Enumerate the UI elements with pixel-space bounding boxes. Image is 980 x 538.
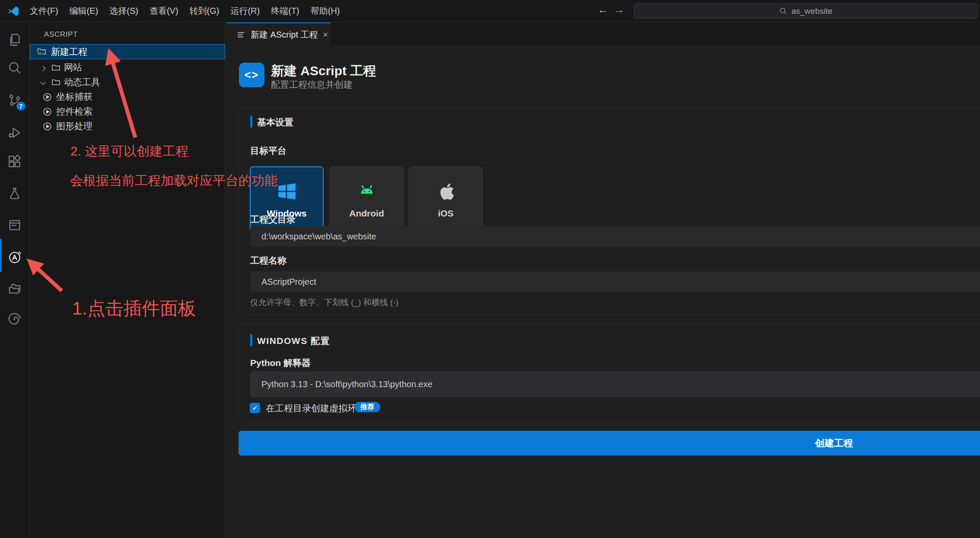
python-interpreter-select[interactable]: Python 3.13 - D:\soft\python\3.13\python… bbox=[250, 371, 980, 397]
new-folder-icon bbox=[37, 47, 47, 57]
chevron-down-icon bbox=[39, 79, 47, 86]
scm-badge: 7 bbox=[16, 101, 26, 111]
windows-config-header: WINDOWS 配置 bbox=[257, 335, 330, 347]
tree-item-dynamic-tools[interactable]: 动态工具 bbox=[30, 75, 225, 89]
search-icon bbox=[7, 60, 22, 75]
explorer-icon[interactable] bbox=[0, 30, 29, 49]
folder-copy-icon bbox=[7, 281, 22, 296]
menu-selection[interactable]: 选择(S) bbox=[104, 0, 144, 22]
sidebar-ascript: ASCRIPT 新建工程 网站 动态工具 坐标 bbox=[30, 22, 225, 538]
parent-dir-input[interactable]: d:\workspace\web\as_website bbox=[250, 226, 980, 247]
tree-item-image-processing[interactable]: 图形处理 bbox=[30, 119, 225, 134]
run-debug-icon[interactable] bbox=[0, 123, 29, 142]
play-circle-icon bbox=[42, 121, 52, 131]
play-circle-icon bbox=[42, 92, 52, 102]
windows-config-panel: WINDOWS 配置 Python 解释器 Python 3.13 - D:\s… bbox=[239, 324, 980, 422]
platform-card-android[interactable]: Android bbox=[330, 166, 404, 233]
tree-item-label: 图形处理 bbox=[56, 120, 92, 132]
debug-icon bbox=[7, 125, 22, 140]
search-view-icon[interactable] bbox=[0, 58, 29, 77]
parent-dir-label: 工程父目录 bbox=[250, 213, 296, 226]
folder-icon bbox=[51, 77, 61, 87]
tree-item-label: 网站 bbox=[64, 61, 82, 73]
target-platform-label: 目标平台 bbox=[250, 145, 286, 157]
project-name-label: 工程名称 bbox=[250, 255, 286, 267]
tree-item-label: 坐标捕获 bbox=[56, 91, 92, 103]
tree-item-new-project[interactable]: 新建工程 bbox=[30, 44, 225, 59]
menu-help[interactable]: 帮助(H) bbox=[305, 0, 346, 22]
menu-go[interactable]: 转到(G) bbox=[184, 0, 225, 22]
search-value: as_website bbox=[791, 6, 832, 16]
title-bar: 文件(F) 编辑(E) 选择(S) 查看(V) 转到(G) 运行(R) 终端(T… bbox=[0, 0, 980, 22]
menu-bar: 文件(F) 编辑(E) 选择(S) 查看(V) 转到(G) 运行(R) 终端(T… bbox=[24, 0, 346, 22]
nav-back-icon[interactable]: ← bbox=[595, 3, 610, 16]
create-project-label: 创建工程 bbox=[815, 437, 853, 450]
editor-tab-bar: 新建 AScript 工程 × bbox=[225, 22, 980, 46]
spiral-view-icon[interactable] bbox=[0, 309, 29, 328]
spiral-icon bbox=[7, 312, 22, 326]
sidebar-title: ASCRIPT bbox=[44, 30, 78, 39]
notebook-panel-icon[interactable] bbox=[0, 216, 29, 235]
apple-logo-icon bbox=[436, 181, 456, 202]
tree-item-control-search[interactable]: 控件检索 bbox=[30, 104, 225, 119]
tree-item-website[interactable]: 网站 bbox=[30, 60, 225, 75]
editor-webview: <> 新建 AScript 工程 配置工程信息并创建 基本设置 目标平台 Win… bbox=[225, 45, 980, 538]
tree-item-label: 新建工程 bbox=[51, 46, 87, 58]
menu-file[interactable]: 文件(F) bbox=[24, 0, 64, 22]
files-icon bbox=[7, 32, 22, 47]
page-subtitle: 配置工程信息并创建 bbox=[271, 79, 353, 91]
ascript-code-badge-icon: <> bbox=[239, 63, 264, 87]
annotation-step2-text: 2. 这里可以创建工程 bbox=[70, 143, 188, 160]
annotation-step1-text: 1.点击插件面板 bbox=[72, 296, 196, 321]
tab-label: 新建 AScript 工程 bbox=[251, 29, 318, 41]
android-logo-icon bbox=[356, 181, 377, 202]
project-name-hint: 仅允许字母、数字、下划线 (_) 和横线 (-) bbox=[250, 297, 398, 308]
project-name-input[interactable]: AScriptProject bbox=[250, 271, 980, 292]
extensions-blocks-icon bbox=[7, 154, 22, 169]
chevron-right-icon bbox=[40, 64, 48, 71]
menu-view[interactable]: 查看(V) bbox=[144, 0, 184, 22]
recommended-badge: 推荐 bbox=[354, 402, 380, 412]
page-title: 新建 AScript 工程 bbox=[271, 62, 376, 80]
ascript-icon bbox=[7, 250, 22, 264]
active-view-indicator bbox=[0, 239, 2, 272]
vscode-logo-icon bbox=[7, 5, 20, 18]
notebook-icon bbox=[7, 218, 22, 232]
testing-icon[interactable] bbox=[0, 184, 29, 203]
ascript-panel-icon[interactable] bbox=[0, 248, 29, 267]
menu-run[interactable]: 运行(R) bbox=[225, 0, 265, 22]
python-interpreter-label: Python 解释器 bbox=[250, 357, 311, 369]
search-icon bbox=[779, 7, 787, 15]
menu-terminal[interactable]: 终端(T) bbox=[265, 0, 305, 22]
flask-icon bbox=[7, 186, 22, 201]
platform-label: Android bbox=[349, 208, 384, 219]
tree-item-label: 控件检索 bbox=[56, 105, 92, 118]
command-center-search[interactable]: as_website bbox=[634, 3, 978, 19]
close-icon[interactable]: × bbox=[323, 30, 328, 40]
webview-preview-icon bbox=[238, 31, 246, 38]
folder-icon bbox=[51, 63, 61, 73]
extensions-icon[interactable] bbox=[0, 152, 29, 171]
annotation-step2-detail-text: 会根据当前工程加载对应平台的功能 bbox=[70, 172, 277, 190]
basic-settings-header: 基本设置 bbox=[257, 116, 293, 128]
windows-logo-icon bbox=[277, 181, 297, 202]
tab-new-ascript-project[interactable]: 新建 AScript 工程 × bbox=[226, 22, 331, 46]
venv-label: 在工程目录创建虚拟环境 bbox=[266, 402, 366, 414]
folders-view-icon[interactable] bbox=[0, 279, 29, 298]
platform-card-ios[interactable]: iOS bbox=[409, 166, 483, 233]
section-accent-bar bbox=[250, 116, 252, 127]
tree-item-coordinate-capture[interactable]: 坐标捕获 bbox=[30, 89, 225, 104]
play-circle-icon bbox=[42, 107, 52, 117]
tree-item-label: 动态工具 bbox=[64, 76, 100, 88]
section-accent-bar bbox=[250, 334, 252, 346]
menu-edit[interactable]: 编辑(E) bbox=[64, 0, 104, 22]
platform-label: iOS bbox=[438, 208, 453, 219]
basic-settings-panel: 基本设置 目标平台 Windows Android bbox=[239, 108, 980, 315]
activity-bar: 7 bbox=[0, 22, 30, 538]
nav-forward-icon[interactable]: → bbox=[612, 3, 627, 16]
create-project-button[interactable]: 创建工程 bbox=[239, 431, 980, 455]
vscode-window: { "window": { "menu": ["文件(F)", "编辑(E)",… bbox=[0, 0, 980, 538]
venv-checkbox[interactable]: ✓ bbox=[250, 403, 260, 413]
